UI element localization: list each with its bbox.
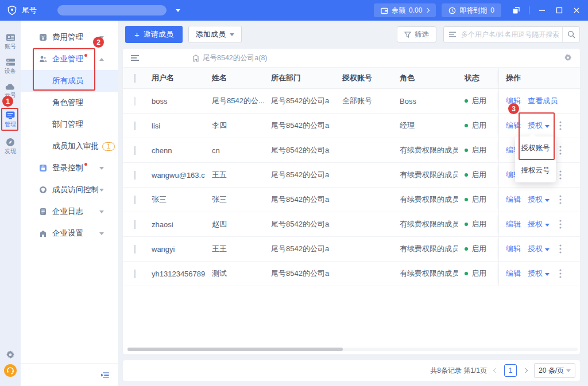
rail-item-cloud[interactable]: 云号 — [0, 83, 21, 98]
more-actions-icon[interactable] — [559, 244, 562, 254]
view-members-link[interactable]: 查看成员 — [528, 96, 558, 106]
rail-label-cloud: 云号 — [5, 92, 16, 98]
row-checkbox[interactable] — [134, 220, 136, 229]
add-member-caret-icon — [230, 33, 234, 36]
collapse-sidebar-icon[interactable] — [100, 371, 110, 379]
nav-item-fee[interactable]: 费用管理 — [21, 26, 118, 48]
nav-label-roles: 角色管理 — [52, 98, 83, 108]
col-header-actions: 操作 — [498, 68, 580, 88]
more-actions-icon[interactable] — [559, 220, 562, 229]
authorize-caret-icon — [545, 224, 550, 227]
more-actions-icon[interactable] — [559, 146, 562, 155]
add-member-button[interactable]: 添加成员 — [188, 26, 242, 43]
rail-item-discover[interactable]: 发现 — [0, 138, 21, 154]
settings-caret-icon — [99, 232, 104, 235]
close-button[interactable] — [572, 6, 581, 15]
edit-link[interactable]: 编辑 — [506, 219, 521, 229]
authorize-dropdown-link[interactable]: 授权 — [528, 194, 550, 205]
nav-item-login-control[interactable]: 登录控制 — [21, 157, 118, 179]
nav-item-departments[interactable]: 部门管理 — [21, 114, 118, 135]
nav-item-access-control[interactable]: 成员访问控制 — [21, 179, 118, 201]
rail-item-manage[interactable]: 管理 — [0, 111, 21, 127]
cell-role: 经理 — [393, 120, 458, 131]
expire-pill[interactable]: 即将到期 0 — [442, 3, 501, 17]
nav-label-enterprise: 企业管理 — [52, 54, 83, 64]
next-page-icon[interactable] — [523, 369, 528, 372]
members-table-card: 尾号8542的公司a(8) 用户名 姓名 所在部门 授权账号 角色 状态 操作 … — [123, 49, 580, 354]
rail-label-account: 账号 — [5, 43, 16, 49]
cell-username: zhaosi — [145, 220, 205, 229]
menu-item-authorize-cloud[interactable]: 授权云号 — [515, 159, 556, 182]
nav-item-roles[interactable]: 角色管理 — [21, 92, 118, 114]
building-icon — [192, 54, 199, 62]
authorize-caret-icon — [545, 199, 550, 202]
nav-item-all-members[interactable]: 所有成员 — [21, 70, 118, 92]
nav-item-settings[interactable]: 企业设置 — [21, 223, 118, 244]
scrollbar-thumb[interactable] — [127, 348, 343, 351]
current-page[interactable]: 1 — [504, 364, 517, 377]
search-input[interactable] — [459, 30, 562, 38]
edit-link[interactable]: 编辑 — [506, 96, 521, 106]
authorize-dropdown-link[interactable]: 授权 — [528, 244, 550, 254]
rail-support[interactable] — [0, 364, 21, 377]
nav-item-logs[interactable]: 企业日志 — [21, 201, 118, 223]
balance-pill[interactable]: 余额 0.00 — [374, 3, 436, 17]
horizontal-scrollbar[interactable] — [127, 348, 578, 351]
prev-page-icon[interactable] — [493, 369, 498, 372]
cell-username: boss — [145, 97, 205, 106]
maximize-button[interactable] — [555, 6, 564, 15]
minimize-button[interactable] — [537, 6, 547, 15]
table-settings-gear-icon[interactable] — [564, 54, 572, 62]
cell-actions: 编辑 授权 — [498, 262, 580, 286]
invite-member-button[interactable]: + 邀请成员 — [125, 26, 183, 43]
row-checkbox[interactable] — [134, 245, 136, 254]
table-row: 张三 张三 尾号8542的公司a 有续费权限的成员 启用 编辑 授权 — [123, 188, 580, 212]
settings-icon — [39, 229, 47, 237]
edit-link[interactable]: 编辑 — [506, 194, 521, 205]
select-all-checkbox[interactable] — [134, 74, 136, 83]
restore-layers-icon[interactable] — [512, 6, 521, 15]
cell-role: 有续费权限的成员 — [393, 219, 458, 229]
nav-item-join-approval[interactable]: 成员加入审批 1 — [21, 135, 118, 157]
cell-department: 尾号8542的公司a — [264, 244, 335, 254]
row-checkbox[interactable] — [134, 196, 136, 204]
edit-link[interactable]: 编辑 — [506, 120, 521, 131]
table-row: boss 尾号8542的公... 尾号8542的公司a 全部账号 Boss 启用… — [123, 89, 580, 114]
page-size-select[interactable]: 20 条/页 — [534, 363, 575, 378]
more-actions-icon[interactable] — [559, 170, 562, 180]
cell-role: 有续费权限的成员 — [393, 268, 458, 279]
nav-item-enterprise[interactable]: 企业管理 — [21, 48, 118, 70]
rail-item-device[interactable]: 设备 — [0, 58, 21, 74]
titlebar: 尾号 余额 0.00 即将到期 0 — [0, 0, 588, 21]
menu-item-authorize-account[interactable]: 授权账号 — [515, 137, 556, 159]
filter-button[interactable]: 筛选 — [397, 26, 436, 42]
authorize-dropdown-link[interactable]: 授权 — [528, 120, 550, 131]
row-checkbox[interactable] — [134, 270, 136, 278]
row-checkbox[interactable] — [134, 146, 136, 155]
col-header-username: 用户名 — [145, 73, 205, 83]
row-checkbox[interactable] — [134, 171, 136, 180]
expire-value: 0 — [490, 6, 494, 14]
cell-username: yh13123456789 — [145, 270, 205, 278]
cell-status: 启用 — [458, 194, 498, 205]
login-control-icon — [39, 164, 47, 172]
authorize-dropdown-link[interactable]: 授权 — [528, 219, 550, 229]
brand-caret-icon[interactable] — [176, 9, 180, 12]
more-actions-icon[interactable] — [559, 121, 562, 130]
edit-link[interactable]: 编辑 — [506, 244, 521, 254]
edit-link[interactable]: 编辑 — [506, 268, 521, 279]
row-checkbox[interactable] — [134, 122, 136, 130]
more-actions-icon[interactable] — [559, 195, 562, 204]
authorize-dropdown-link[interactable]: 授权 — [528, 268, 550, 279]
rail-item-account[interactable]: 账号 — [0, 33, 21, 49]
tree-toggle-icon[interactable] — [131, 54, 140, 61]
logs-caret-icon — [99, 210, 104, 213]
cell-username: wangyi — [145, 245, 205, 254]
more-actions-icon[interactable] — [559, 269, 562, 278]
manage-icon — [5, 111, 16, 120]
nav-label-login-control: 登录控制 — [52, 163, 83, 173]
search-box — [443, 26, 580, 42]
rail-settings[interactable] — [0, 350, 21, 360]
search-button[interactable] — [562, 27, 579, 42]
clock-icon — [448, 7, 456, 14]
